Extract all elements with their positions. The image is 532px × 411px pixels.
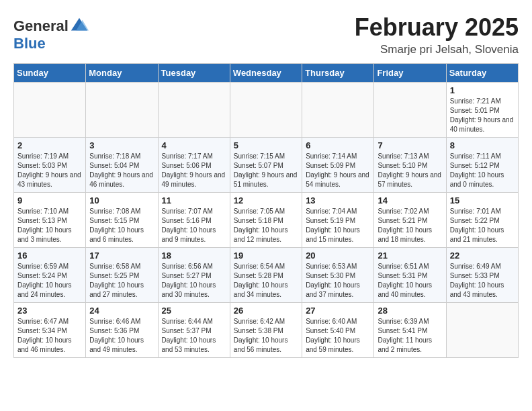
day-number: 16 (17, 250, 82, 261)
day-number: 9 (17, 195, 82, 205)
day-info: Sunrise: 6:54 AM Sunset: 5:28 PM Dayligh… (234, 262, 298, 300)
calendar-cell: 7Sunrise: 7:13 AM Sunset: 5:10 PM Daylig… (374, 138, 446, 193)
day-number: 12 (234, 195, 298, 205)
calendar-cell: 16Sunrise: 6:59 AM Sunset: 5:24 PM Dayli… (14, 248, 86, 303)
day-info: Sunrise: 7:14 AM Sunset: 5:09 PM Dayligh… (306, 152, 370, 189)
calendar-cell: 26Sunrise: 6:42 AM Sunset: 5:38 PM Dayli… (230, 303, 302, 358)
day-number: 6 (306, 140, 370, 150)
calendar-cell (230, 83, 302, 138)
day-info: Sunrise: 6:58 AM Sunset: 5:25 PM Dayligh… (89, 262, 154, 300)
day-info: Sunrise: 7:10 AM Sunset: 5:13 PM Dayligh… (17, 207, 82, 244)
month-title: February 2025 (355, 13, 519, 42)
day-number: 8 (450, 140, 515, 150)
calendar-cell: 2Sunrise: 7:19 AM Sunset: 5:03 PM Daylig… (14, 138, 86, 193)
logo: General Blue (13, 17, 89, 52)
calendar-cell: 3Sunrise: 7:18 AM Sunset: 5:04 PM Daylig… (86, 138, 158, 193)
calendar-cell: 13Sunrise: 7:04 AM Sunset: 5:19 PM Dayli… (302, 193, 374, 248)
day-info: Sunrise: 7:15 AM Sunset: 5:07 PM Dayligh… (234, 152, 298, 189)
logo-icon (70, 17, 89, 36)
day-number: 24 (89, 306, 154, 316)
day-info: Sunrise: 7:05 AM Sunset: 5:18 PM Dayligh… (234, 207, 298, 244)
calendar-week-5: 23Sunrise: 6:47 AM Sunset: 5:34 PM Dayli… (14, 303, 519, 358)
calendar-cell: 8Sunrise: 7:11 AM Sunset: 5:12 PM Daylig… (446, 138, 518, 193)
day-number: 4 (162, 140, 226, 150)
day-info: Sunrise: 7:02 AM Sunset: 5:21 PM Dayligh… (378, 207, 442, 244)
day-number: 20 (306, 250, 370, 261)
calendar-week-3: 9Sunrise: 7:10 AM Sunset: 5:13 PM Daylig… (14, 193, 519, 248)
calendar-table: SundayMondayTuesdayWednesdayThursdayFrid… (13, 63, 519, 358)
day-number: 23 (17, 306, 82, 316)
day-number: 14 (378, 195, 442, 205)
day-info: Sunrise: 6:53 AM Sunset: 5:30 PM Dayligh… (306, 262, 370, 300)
calendar-cell: 4Sunrise: 7:17 AM Sunset: 5:06 PM Daylig… (158, 138, 230, 193)
page-header: General Blue February 2025 Smarje pri Je… (13, 13, 519, 56)
day-info: Sunrise: 6:44 AM Sunset: 5:37 PM Dayligh… (162, 317, 226, 355)
weekday-header-row: SundayMondayTuesdayWednesdayThursdayFrid… (14, 64, 519, 83)
calendar-cell: 23Sunrise: 6:47 AM Sunset: 5:34 PM Dayli… (14, 303, 86, 358)
day-number: 2 (17, 140, 82, 150)
day-number: 22 (450, 250, 515, 261)
calendar-cell: 6Sunrise: 7:14 AM Sunset: 5:09 PM Daylig… (302, 138, 374, 193)
weekday-header-wednesday: Wednesday (230, 64, 302, 83)
calendar-cell: 27Sunrise: 6:40 AM Sunset: 5:40 PM Dayli… (302, 303, 374, 358)
calendar-cell: 22Sunrise: 6:49 AM Sunset: 5:33 PM Dayli… (446, 248, 518, 303)
calendar-week-2: 2Sunrise: 7:19 AM Sunset: 5:03 PM Daylig… (14, 138, 519, 193)
day-info: Sunrise: 7:01 AM Sunset: 5:22 PM Dayligh… (450, 207, 515, 244)
weekday-header-monday: Monday (86, 64, 158, 83)
day-number: 1 (450, 85, 515, 95)
day-number: 13 (306, 195, 370, 205)
day-info: Sunrise: 6:59 AM Sunset: 5:24 PM Dayligh… (17, 262, 82, 300)
day-number: 17 (89, 250, 154, 261)
day-info: Sunrise: 6:49 AM Sunset: 5:33 PM Dayligh… (450, 262, 515, 300)
calendar-cell: 24Sunrise: 6:46 AM Sunset: 5:36 PM Dayli… (86, 303, 158, 358)
day-info: Sunrise: 6:40 AM Sunset: 5:40 PM Dayligh… (306, 317, 370, 355)
calendar-cell (158, 83, 230, 138)
calendar-cell: 21Sunrise: 6:51 AM Sunset: 5:31 PM Dayli… (374, 248, 446, 303)
weekday-header-tuesday: Tuesday (158, 64, 230, 83)
calendar-cell: 11Sunrise: 7:07 AM Sunset: 5:16 PM Dayli… (158, 193, 230, 248)
weekday-header-sunday: Sunday (14, 64, 86, 83)
calendar-cell (86, 83, 158, 138)
calendar-cell (446, 303, 518, 358)
day-info: Sunrise: 7:18 AM Sunset: 5:04 PM Dayligh… (89, 152, 154, 189)
day-info: Sunrise: 6:47 AM Sunset: 5:34 PM Dayligh… (17, 317, 82, 355)
day-number: 3 (89, 140, 154, 150)
title-block: February 2025 Smarje pri Jelsah, Sloveni… (355, 13, 519, 56)
day-number: 10 (89, 195, 154, 205)
day-number: 5 (234, 140, 298, 150)
calendar-cell: 25Sunrise: 6:44 AM Sunset: 5:37 PM Dayli… (158, 303, 230, 358)
day-number: 11 (162, 195, 226, 205)
day-number: 18 (162, 250, 226, 261)
day-info: Sunrise: 7:21 AM Sunset: 5:01 PM Dayligh… (450, 97, 515, 134)
day-number: 19 (234, 250, 298, 261)
day-info: Sunrise: 6:46 AM Sunset: 5:36 PM Dayligh… (89, 317, 154, 355)
day-number: 7 (378, 140, 442, 150)
day-info: Sunrise: 7:19 AM Sunset: 5:03 PM Dayligh… (17, 152, 82, 189)
logo-general-text: General (13, 18, 69, 34)
day-info: Sunrise: 7:17 AM Sunset: 5:06 PM Dayligh… (162, 152, 226, 189)
calendar-cell (14, 83, 86, 138)
calendar-cell: 9Sunrise: 7:10 AM Sunset: 5:13 PM Daylig… (14, 193, 86, 248)
calendar-week-4: 16Sunrise: 6:59 AM Sunset: 5:24 PM Dayli… (14, 248, 519, 303)
day-info: Sunrise: 7:11 AM Sunset: 5:12 PM Dayligh… (450, 152, 515, 189)
weekday-header-friday: Friday (374, 64, 446, 83)
calendar-cell: 12Sunrise: 7:05 AM Sunset: 5:18 PM Dayli… (230, 193, 302, 248)
day-number: 27 (306, 306, 370, 316)
calendar-cell: 15Sunrise: 7:01 AM Sunset: 5:22 PM Dayli… (446, 193, 518, 248)
weekday-header-thursday: Thursday (302, 64, 374, 83)
calendar-cell: 14Sunrise: 7:02 AM Sunset: 5:21 PM Dayli… (374, 193, 446, 248)
day-info: Sunrise: 7:07 AM Sunset: 5:16 PM Dayligh… (162, 207, 226, 244)
day-number: 25 (162, 306, 226, 316)
calendar-cell: 10Sunrise: 7:08 AM Sunset: 5:15 PM Dayli… (86, 193, 158, 248)
logo-blue-text: Blue (13, 35, 46, 52)
calendar-cell: 28Sunrise: 6:39 AM Sunset: 5:41 PM Dayli… (374, 303, 446, 358)
day-number: 28 (378, 306, 442, 316)
calendar-cell: 1Sunrise: 7:21 AM Sunset: 5:01 PM Daylig… (446, 83, 518, 138)
day-info: Sunrise: 7:04 AM Sunset: 5:19 PM Dayligh… (306, 207, 370, 244)
day-number: 15 (450, 195, 515, 205)
calendar-cell: 19Sunrise: 6:54 AM Sunset: 5:28 PM Dayli… (230, 248, 302, 303)
day-info: Sunrise: 6:51 AM Sunset: 5:31 PM Dayligh… (378, 262, 442, 300)
calendar-cell: 17Sunrise: 6:58 AM Sunset: 5:25 PM Dayli… (86, 248, 158, 303)
calendar-cell: 18Sunrise: 6:56 AM Sunset: 5:27 PM Dayli… (158, 248, 230, 303)
day-info: Sunrise: 6:42 AM Sunset: 5:38 PM Dayligh… (234, 317, 298, 355)
